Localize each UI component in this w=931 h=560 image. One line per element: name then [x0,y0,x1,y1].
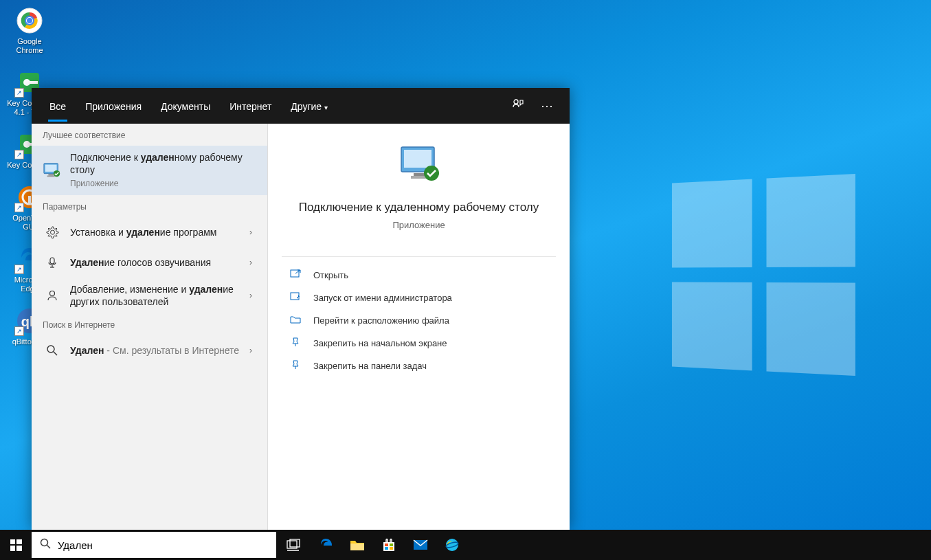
tab-docs[interactable]: Документы [153,90,218,122]
section-settings: Параметры [32,195,267,217]
taskbar-store[interactable] [373,530,405,560]
result-web-search[interactable]: Удален - См. результаты в Интернете › [32,335,267,366]
svg-line-37 [47,546,51,549]
microphone-icon [43,253,62,272]
svg-point-9 [23,141,30,148]
taskbar-file-explorer[interactable] [341,530,373,560]
pin-icon [289,360,302,372]
tab-apps[interactable]: Приложения [77,90,150,122]
svg-point-27 [47,346,54,352]
svg-rect-41 [350,544,364,550]
svg-point-22 [51,230,55,234]
chevron-right-icon: › [245,227,256,237]
svg-rect-35 [291,293,299,300]
gear-icon [43,223,62,242]
svg-point-26 [50,291,55,296]
result-user-management[interactable]: Добавление, изменение и удаление других … [32,278,267,313]
section-web-search: Поиск в Интернете [32,313,267,335]
svg-rect-42 [383,542,394,551]
svg-rect-19 [48,175,53,176]
result-remote-desktop[interactable]: Подключение к удаленному рабочему столу … [32,146,267,195]
svg-rect-46 [390,547,393,550]
taskbar-ie[interactable] [436,530,468,560]
result-voice-deletion[interactable]: Удаление голосов озвучивания › [32,247,267,278]
preview-title: Подключение к удаленному рабочему столу [289,199,549,216]
desktop-icon-chrome[interactable]: Google Chrome [5,5,54,55]
chevron-right-icon: › [245,346,256,355]
svg-rect-34 [291,270,299,277]
search-input[interactable] [58,539,268,551]
action-run-admin[interactable]: Запуск от имени администратора [268,287,570,309]
action-open[interactable]: Открыть [268,264,570,287]
search-preview-pane: Подключение к удаленному рабочему столу … [267,124,570,530]
svg-rect-23 [50,258,54,264]
action-pin-taskbar[interactable]: Закрепить на панели задач [268,355,570,377]
search-results-list: Лучшее соответствие Подключение к удален… [32,124,267,530]
tab-all[interactable]: Все [41,90,74,122]
action-pin-start[interactable]: Закрепить на начальном экране [268,332,570,355]
remote-desktop-icon-large [397,144,441,184]
search-icon [43,341,62,360]
feedback-icon[interactable] [505,93,531,120]
more-options-icon[interactable]: ⋯ [534,93,560,119]
search-tabs: Все Приложения Документы Интернет Другие… [32,88,570,124]
chevron-down-icon: ▾ [324,104,328,111]
svg-rect-18 [45,165,57,172]
search-icon [40,538,51,552]
preview-subtitle: Приложение [289,220,549,230]
svg-point-16 [514,100,518,104]
search-panel: Все Приложения Документы Интернет Другие… [32,88,570,530]
tab-more[interactable]: Другие▾ [282,90,336,122]
taskbar [0,530,931,560]
chevron-right-icon: › [245,258,256,267]
user-icon [43,286,62,305]
chevron-right-icon: › [245,291,256,300]
taskbar-edge[interactable] [310,530,341,560]
svg-rect-43 [385,544,388,546]
start-button[interactable] [0,530,32,560]
svg-line-28 [54,352,57,355]
svg-point-36 [41,539,48,546]
svg-rect-13 [28,196,31,204]
tab-web[interactable]: Интернет [221,90,280,122]
remote-desktop-icon [43,161,62,180]
svg-rect-30 [404,150,431,168]
svg-rect-44 [390,544,393,546]
action-file-location[interactable]: Перейти к расположению файла [268,309,570,332]
task-view-button[interactable] [278,530,310,560]
open-icon [289,269,302,281]
taskbar-search[interactable] [32,532,276,558]
svg-rect-20 [47,175,55,177]
pin-icon [289,337,302,349]
folder-icon [289,315,302,326]
admin-icon [289,292,302,304]
svg-point-33 [424,166,439,181]
windows-logo [672,174,855,376]
svg-rect-45 [385,547,388,550]
svg-point-6 [23,79,30,86]
separator [282,256,556,257]
taskbar-mail[interactable] [405,530,436,560]
svg-rect-7 [30,81,38,84]
section-best-match: Лучшее соответствие [32,124,267,146]
result-uninstall-programs[interactable]: Установка и удаление программ › [32,217,267,247]
svg-rect-31 [414,173,425,176]
svg-point-4 [27,18,32,23]
